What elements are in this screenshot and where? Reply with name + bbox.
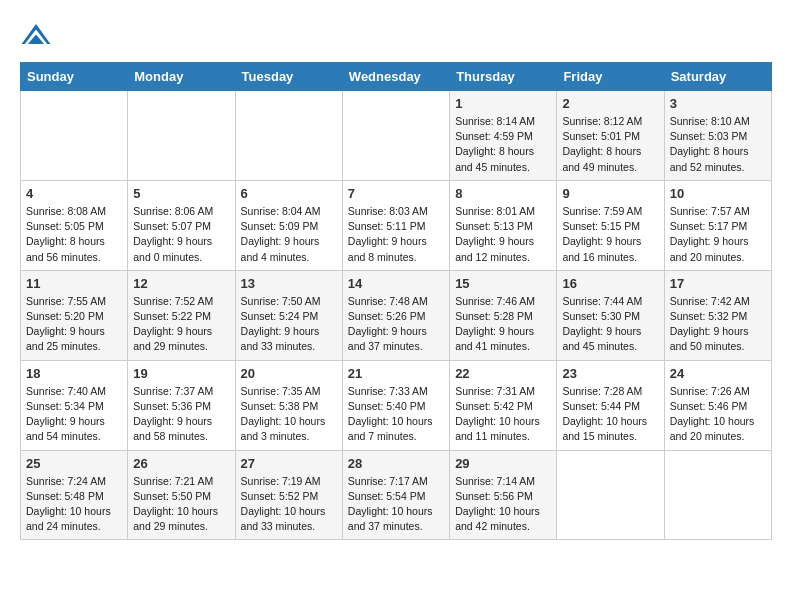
logo	[20, 20, 56, 52]
day-number: 25	[26, 456, 122, 471]
day-info: Sunrise: 7:24 AM Sunset: 5:48 PM Dayligh…	[26, 474, 122, 535]
day-info: Sunrise: 8:08 AM Sunset: 5:05 PM Dayligh…	[26, 204, 122, 265]
calendar-cell: 5Sunrise: 8:06 AM Sunset: 5:07 PM Daylig…	[128, 180, 235, 270]
day-number: 26	[133, 456, 229, 471]
calendar-cell: 16Sunrise: 7:44 AM Sunset: 5:30 PM Dayli…	[557, 270, 664, 360]
day-info: Sunrise: 7:19 AM Sunset: 5:52 PM Dayligh…	[241, 474, 337, 535]
calendar-cell: 11Sunrise: 7:55 AM Sunset: 5:20 PM Dayli…	[21, 270, 128, 360]
calendar-week-1: 1Sunrise: 8:14 AM Sunset: 4:59 PM Daylig…	[21, 91, 772, 181]
calendar-cell: 22Sunrise: 7:31 AM Sunset: 5:42 PM Dayli…	[450, 360, 557, 450]
day-info: Sunrise: 7:59 AM Sunset: 5:15 PM Dayligh…	[562, 204, 658, 265]
calendar-cell: 2Sunrise: 8:12 AM Sunset: 5:01 PM Daylig…	[557, 91, 664, 181]
day-info: Sunrise: 8:12 AM Sunset: 5:01 PM Dayligh…	[562, 114, 658, 175]
day-info: Sunrise: 7:44 AM Sunset: 5:30 PM Dayligh…	[562, 294, 658, 355]
calendar-week-5: 25Sunrise: 7:24 AM Sunset: 5:48 PM Dayli…	[21, 450, 772, 540]
calendar-cell: 14Sunrise: 7:48 AM Sunset: 5:26 PM Dayli…	[342, 270, 449, 360]
calendar-cell: 6Sunrise: 8:04 AM Sunset: 5:09 PM Daylig…	[235, 180, 342, 270]
calendar-cell: 19Sunrise: 7:37 AM Sunset: 5:36 PM Dayli…	[128, 360, 235, 450]
calendar-cell: 3Sunrise: 8:10 AM Sunset: 5:03 PM Daylig…	[664, 91, 771, 181]
weekday-header-friday: Friday	[557, 63, 664, 91]
day-number: 22	[455, 366, 551, 381]
day-number: 4	[26, 186, 122, 201]
calendar-body: 1Sunrise: 8:14 AM Sunset: 4:59 PM Daylig…	[21, 91, 772, 540]
day-info: Sunrise: 7:42 AM Sunset: 5:32 PM Dayligh…	[670, 294, 766, 355]
calendar-cell: 15Sunrise: 7:46 AM Sunset: 5:28 PM Dayli…	[450, 270, 557, 360]
calendar-cell: 26Sunrise: 7:21 AM Sunset: 5:50 PM Dayli…	[128, 450, 235, 540]
day-info: Sunrise: 7:40 AM Sunset: 5:34 PM Dayligh…	[26, 384, 122, 445]
day-number: 8	[455, 186, 551, 201]
calendar-cell: 4Sunrise: 8:08 AM Sunset: 5:05 PM Daylig…	[21, 180, 128, 270]
calendar-cell: 1Sunrise: 8:14 AM Sunset: 4:59 PM Daylig…	[450, 91, 557, 181]
day-info: Sunrise: 7:21 AM Sunset: 5:50 PM Dayligh…	[133, 474, 229, 535]
day-info: Sunrise: 8:14 AM Sunset: 4:59 PM Dayligh…	[455, 114, 551, 175]
calendar-cell: 17Sunrise: 7:42 AM Sunset: 5:32 PM Dayli…	[664, 270, 771, 360]
day-info: Sunrise: 7:33 AM Sunset: 5:40 PM Dayligh…	[348, 384, 444, 445]
calendar-table: SundayMondayTuesdayWednesdayThursdayFrid…	[20, 62, 772, 540]
day-info: Sunrise: 8:03 AM Sunset: 5:11 PM Dayligh…	[348, 204, 444, 265]
logo-icon	[20, 20, 52, 52]
day-number: 23	[562, 366, 658, 381]
calendar-cell	[342, 91, 449, 181]
calendar-cell	[128, 91, 235, 181]
day-info: Sunrise: 7:35 AM Sunset: 5:38 PM Dayligh…	[241, 384, 337, 445]
day-info: Sunrise: 7:37 AM Sunset: 5:36 PM Dayligh…	[133, 384, 229, 445]
day-number: 15	[455, 276, 551, 291]
day-number: 19	[133, 366, 229, 381]
day-info: Sunrise: 7:50 AM Sunset: 5:24 PM Dayligh…	[241, 294, 337, 355]
calendar-cell	[557, 450, 664, 540]
day-number: 6	[241, 186, 337, 201]
day-number: 1	[455, 96, 551, 111]
calendar-cell: 10Sunrise: 7:57 AM Sunset: 5:17 PM Dayli…	[664, 180, 771, 270]
day-number: 28	[348, 456, 444, 471]
page-header	[20, 20, 772, 52]
day-info: Sunrise: 7:14 AM Sunset: 5:56 PM Dayligh…	[455, 474, 551, 535]
day-info: Sunrise: 8:10 AM Sunset: 5:03 PM Dayligh…	[670, 114, 766, 175]
calendar-week-3: 11Sunrise: 7:55 AM Sunset: 5:20 PM Dayli…	[21, 270, 772, 360]
day-number: 27	[241, 456, 337, 471]
day-info: Sunrise: 8:01 AM Sunset: 5:13 PM Dayligh…	[455, 204, 551, 265]
calendar-cell: 29Sunrise: 7:14 AM Sunset: 5:56 PM Dayli…	[450, 450, 557, 540]
day-info: Sunrise: 7:48 AM Sunset: 5:26 PM Dayligh…	[348, 294, 444, 355]
calendar-cell: 13Sunrise: 7:50 AM Sunset: 5:24 PM Dayli…	[235, 270, 342, 360]
calendar-cell: 8Sunrise: 8:01 AM Sunset: 5:13 PM Daylig…	[450, 180, 557, 270]
weekday-header-monday: Monday	[128, 63, 235, 91]
day-number: 5	[133, 186, 229, 201]
day-info: Sunrise: 7:31 AM Sunset: 5:42 PM Dayligh…	[455, 384, 551, 445]
calendar-cell	[664, 450, 771, 540]
calendar-cell: 25Sunrise: 7:24 AM Sunset: 5:48 PM Dayli…	[21, 450, 128, 540]
day-info: Sunrise: 7:46 AM Sunset: 5:28 PM Dayligh…	[455, 294, 551, 355]
day-number: 10	[670, 186, 766, 201]
day-number: 3	[670, 96, 766, 111]
day-number: 20	[241, 366, 337, 381]
calendar-cell: 20Sunrise: 7:35 AM Sunset: 5:38 PM Dayli…	[235, 360, 342, 450]
day-info: Sunrise: 7:57 AM Sunset: 5:17 PM Dayligh…	[670, 204, 766, 265]
day-info: Sunrise: 7:55 AM Sunset: 5:20 PM Dayligh…	[26, 294, 122, 355]
calendar-cell	[235, 91, 342, 181]
calendar-cell: 28Sunrise: 7:17 AM Sunset: 5:54 PM Dayli…	[342, 450, 449, 540]
calendar-cell: 23Sunrise: 7:28 AM Sunset: 5:44 PM Dayli…	[557, 360, 664, 450]
day-number: 17	[670, 276, 766, 291]
weekday-header-tuesday: Tuesday	[235, 63, 342, 91]
day-number: 14	[348, 276, 444, 291]
calendar-cell	[21, 91, 128, 181]
calendar-cell: 21Sunrise: 7:33 AM Sunset: 5:40 PM Dayli…	[342, 360, 449, 450]
day-info: Sunrise: 7:28 AM Sunset: 5:44 PM Dayligh…	[562, 384, 658, 445]
calendar-header: SundayMondayTuesdayWednesdayThursdayFrid…	[21, 63, 772, 91]
calendar-cell: 7Sunrise: 8:03 AM Sunset: 5:11 PM Daylig…	[342, 180, 449, 270]
calendar-week-4: 18Sunrise: 7:40 AM Sunset: 5:34 PM Dayli…	[21, 360, 772, 450]
day-info: Sunrise: 7:17 AM Sunset: 5:54 PM Dayligh…	[348, 474, 444, 535]
header-row: SundayMondayTuesdayWednesdayThursdayFrid…	[21, 63, 772, 91]
day-info: Sunrise: 8:04 AM Sunset: 5:09 PM Dayligh…	[241, 204, 337, 265]
day-number: 12	[133, 276, 229, 291]
day-number: 9	[562, 186, 658, 201]
day-info: Sunrise: 7:26 AM Sunset: 5:46 PM Dayligh…	[670, 384, 766, 445]
calendar-cell: 9Sunrise: 7:59 AM Sunset: 5:15 PM Daylig…	[557, 180, 664, 270]
calendar-cell: 24Sunrise: 7:26 AM Sunset: 5:46 PM Dayli…	[664, 360, 771, 450]
day-info: Sunrise: 8:06 AM Sunset: 5:07 PM Dayligh…	[133, 204, 229, 265]
weekday-header-sunday: Sunday	[21, 63, 128, 91]
day-number: 29	[455, 456, 551, 471]
calendar-week-2: 4Sunrise: 8:08 AM Sunset: 5:05 PM Daylig…	[21, 180, 772, 270]
day-number: 24	[670, 366, 766, 381]
day-info: Sunrise: 7:52 AM Sunset: 5:22 PM Dayligh…	[133, 294, 229, 355]
weekday-header-saturday: Saturday	[664, 63, 771, 91]
